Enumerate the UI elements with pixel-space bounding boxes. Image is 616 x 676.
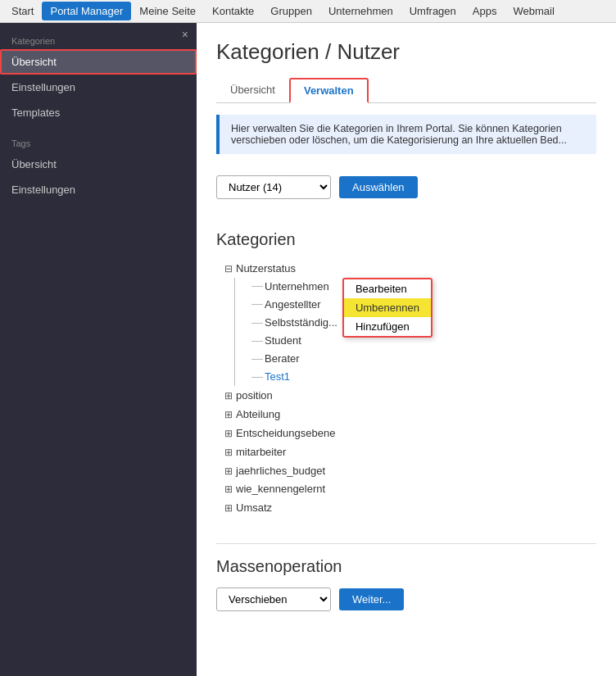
nav-meine-seite[interactable]: Meine Seite [131,2,204,20]
tree-child-berater: Berater [251,350,337,368]
filter-row: Nutzer (14) Auswählen [216,167,596,207]
category-tree: ⊟ Nutzerstatus Unternehmen Angestellter [216,261,596,527]
tree-label-nutzerstatus: Nutzerstatus [236,261,296,278]
tree-children-nutzerstatus: Unternehmen Angestellter Selbstständig..… [234,278,337,387]
tree-expand-icon-umsatz[interactable]: ⊞ [224,501,233,515]
tree-child-selbststandig: Selbstständig... [251,314,337,332]
tree-child-label-selbststandig: Selbstständig... [265,314,337,332]
context-menu: Bearbeiten Umbenennen Hinzufügen [342,278,433,338]
tree-child-label-student: Student [265,332,301,350]
nav-portal-manager[interactable]: Portal Manager [42,2,131,20]
tree-child-label-berater: Berater [265,350,300,368]
sidebar-item-ubersicht[interactable]: Übersicht [0,49,197,75]
info-box: Hier verwalten Sie die Kategorien in Ihr… [216,115,596,154]
tree-node-wie-kennengelernt: ⊞ wie_kennengelernt [224,481,596,498]
tree-child-student: Student [251,332,337,350]
tree-node-abteilung: ⊞ Abteilung [224,406,596,424]
tree-label-mitarbeiter: mitarbeiter [236,444,286,461]
tree-expand-icon-jaehrliches-budget[interactable]: ⊞ [224,465,233,479]
nav-gruppen[interactable]: Gruppen [262,2,320,20]
tree-expand-icon-entscheidungsebene[interactable]: ⊞ [224,427,233,441]
tree-label-jaehrliches-budget: jaehrliches_budget [236,463,325,480]
context-menu-umbenennen[interactable]: Umbenennen [344,298,431,317]
nutzer-dropdown[interactable]: Nutzer (14) [216,175,331,199]
tree-child-label-test1: Test1 [265,368,290,386]
tree-child-test1: Test1 [251,368,337,386]
tab-ubersicht[interactable]: Übersicht [216,78,289,103]
sidebar-item-tags-einstellungen[interactable]: Einstellungen [0,177,197,202]
tree-expand-icon-abteilung[interactable]: ⊞ [224,408,233,422]
tree-expand-icon-nutzerstatus[interactable]: ⊟ [224,262,233,276]
nav-start[interactable]: Start [3,2,42,20]
sidebar-section-kategorien-label: Kategorien [0,23,197,49]
tree-node-nutzerstatus: ⊟ Nutzerstatus Unternehmen Angestellter [224,261,596,386]
massenoperation-dropdown[interactable]: Verschieben [216,588,331,611]
nav-webmail[interactable]: Webmail [505,2,562,20]
content-area: Kategorien / Nutzer Übersicht Verwalten … [197,23,616,676]
tree-node-position: ⊞ position [224,388,596,405]
tree-child-label-unternehmen: Unternehmen [265,278,329,296]
massenoperation-heading: Massenoperation [216,552,596,576]
tree-expand-icon-position[interactable]: ⊞ [224,389,233,403]
tree-expand-icon-wie-kennengelernt[interactable]: ⊞ [224,483,233,497]
kategorien-heading: Kategorien [216,225,596,249]
tab-bar: Übersicht Verwalten [216,78,596,103]
sidebar-close-icon[interactable]: × [182,28,188,41]
tree-label-abteilung: Abteilung [236,406,280,424]
sidebar-item-templates[interactable]: Templates [0,100,197,125]
tree-child-unternehmen: Unternehmen [251,278,337,296]
sidebar-section-tags-label: Tags [0,125,197,152]
main-layout: × Kategorien Übersicht Einstellungen Tem… [0,23,616,676]
auswahlen-button[interactable]: Auswählen [339,176,418,198]
sidebar-item-einstellungen[interactable]: Einstellungen [0,75,197,100]
page-title: Kategorien / Nutzer [216,39,596,65]
top-navigation: Start Portal Manager Meine Seite Kontakt… [0,0,616,23]
nav-umfragen[interactable]: Umfragen [401,2,464,20]
massenoperation-section: Massenoperation Verschieben Weiter... [216,543,596,611]
tab-verwalten[interactable]: Verwalten [289,78,369,103]
tree-child-label-angestellter: Angestellter [265,296,321,314]
nav-kontakte[interactable]: Kontakte [204,2,262,20]
sidebar: × Kategorien Übersicht Einstellungen Tem… [0,23,197,676]
tree-node-mitarbeiter: ⊞ mitarbeiter [224,444,596,461]
tree-expand-icon-mitarbeiter[interactable]: ⊞ [224,446,233,460]
sidebar-item-tags-ubersicht[interactable]: Übersicht [0,152,197,177]
tree-label-umsatz: Umsatz [236,500,272,517]
tree-node-entscheidungsebene: ⊞ Entscheidungsebene [224,425,596,442]
tree-node-umsatz: ⊞ Umsatz [224,500,596,517]
tree-label-position: position [236,388,273,405]
context-menu-bearbeiten[interactable]: Bearbeiten [344,279,431,298]
nav-apps[interactable]: Apps [464,2,505,20]
tree-node-jaehrliches-budget: ⊞ jaehrliches_budget [224,463,596,480]
tree-child-angestellter: Angestellter [251,296,337,314]
massenoperation-row: Verschieben Weiter... [216,588,596,611]
nav-unternehmen[interactable]: Unternehmen [320,2,401,20]
tree-label-wie-kennengelernt: wie_kennengelernt [236,481,325,498]
weiter-button[interactable]: Weiter... [339,588,404,610]
context-menu-hinzufugen[interactable]: Hinzufügen [344,317,431,336]
tree-label-entscheidungsebene: Entscheidungsebene [236,425,335,442]
